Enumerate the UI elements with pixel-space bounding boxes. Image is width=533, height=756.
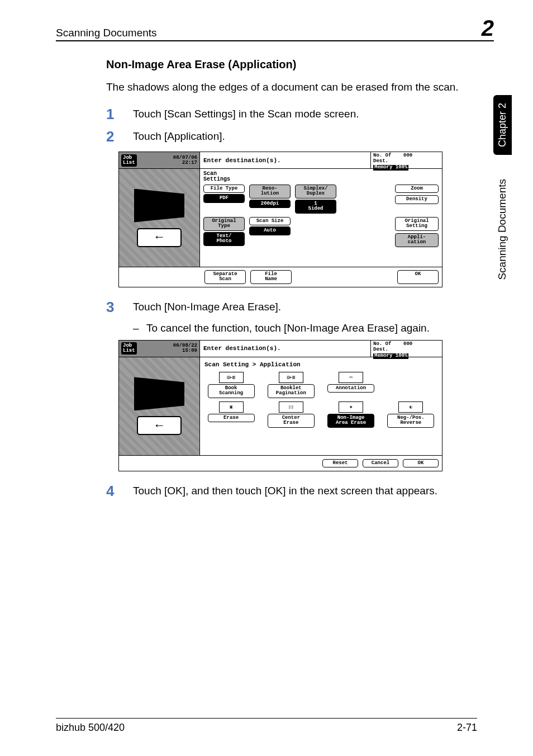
- non-image-erase-icon: ◈: [339, 401, 363, 413]
- booklet-pagination-icon: ▤▸▥: [279, 372, 303, 383]
- application-grid: ▤▸▥ Book Scanning ▤▸▥ Booklet Pagination…: [203, 371, 439, 429]
- job-list-button[interactable]: Job List: [121, 342, 137, 355]
- content-area: Non-Image Area Erase (Application) The s…: [106, 58, 477, 498]
- center-erase-icon: ▯▯: [279, 401, 303, 413]
- back-arrow-button[interactable]: ←: [137, 416, 182, 435]
- step-text: Touch [OK], and then touch [OK] in the n…: [133, 484, 477, 497]
- datetime: 06/08/22 15:09: [139, 343, 197, 353]
- simplex-value: 1 Sided: [295, 200, 336, 214]
- original-type-value: Text/ Photo: [203, 232, 245, 246]
- ok-button[interactable]: OK: [397, 270, 439, 284]
- file-name-button[interactable]: File Name: [250, 270, 292, 284]
- file-type-button[interactable]: File Type: [203, 185, 245, 193]
- non-image-area-erase-button[interactable]: Non-Image Area Erase: [327, 414, 374, 428]
- enter-destination-label: Enter destination(s).: [200, 341, 370, 357]
- application-button[interactable]: Appli- cation: [395, 233, 439, 247]
- step-3: 3 Touch [Non-Image Area Erase].: [106, 300, 477, 314]
- scan-size-value: Auto: [249, 226, 291, 235]
- breadcrumb: Scan Setting > Application: [203, 360, 439, 371]
- ok-button[interactable]: OK: [403, 459, 439, 467]
- document-icon: [134, 189, 184, 223]
- preview-pane: ←: [119, 169, 200, 267]
- book-scanning-icon: ▤▸▥: [219, 372, 244, 383]
- arrow-left-icon: ←: [155, 419, 163, 433]
- lcd-screen-scan-settings: Job List 08/07/06 22:17 Enter destinatio…: [118, 152, 442, 287]
- lcd-screen-application: Job List 06/08/22 15:09 Enter destinatio…: [118, 340, 442, 471]
- center-erase-button[interactable]: Center Erase: [268, 414, 315, 428]
- separate-scan-button[interactable]: Separate Scan: [204, 270, 246, 284]
- lcd-top-bar: Job List 06/08/22 15:09 Enter destinatio…: [119, 341, 442, 357]
- resolution-button[interactable]: Reso- lution: [249, 185, 291, 199]
- annotation-button[interactable]: Annotation: [327, 384, 374, 393]
- page-footer: bizhub 500/420 2-71: [56, 718, 477, 734]
- status-count: 000: [403, 153, 412, 158]
- lcd-body: ← Scan Settings File Type PDF Reso- luti…: [119, 169, 442, 267]
- lcd-top-bar: Job List 08/07/06 22:17 Enter destinatio…: [119, 152, 442, 169]
- datetime: 08/07/06 22:17: [139, 155, 197, 166]
- status-dest: Dest.: [373, 347, 440, 353]
- header-section: Scanning Documents: [56, 27, 157, 39]
- book-scanning-button[interactable]: Book Scanning: [208, 384, 255, 398]
- zoom-button[interactable]: Zoom: [395, 185, 439, 193]
- booklet-pagination-button[interactable]: Booklet Pagination: [268, 384, 315, 398]
- status-noof: No. Of: [373, 153, 391, 158]
- joblist-area: Job List 08/07/06 22:17: [119, 152, 200, 168]
- original-setting-button[interactable]: Original Setting: [395, 217, 439, 231]
- status-dest: Dest.: [373, 159, 440, 164]
- document-icon: [134, 377, 184, 410]
- job-list-button[interactable]: Job List: [121, 154, 137, 167]
- step-number: 1: [106, 107, 133, 121]
- neg-pos-reverse-button[interactable]: Neg-/Pos. Reverse: [387, 414, 434, 428]
- original-type-button[interactable]: Original Type: [203, 217, 245, 231]
- section-title: Non-Image Area Erase (Application): [106, 58, 477, 71]
- settings-pane: Scan Settings File Type PDF Reso- lution…: [200, 169, 442, 267]
- cancel-button[interactable]: Cancel: [363, 459, 398, 467]
- enter-destination-label: Enter destination(s).: [200, 152, 370, 168]
- step-3-sub: – To cancel the function, touch [Non-Ima…: [133, 322, 477, 334]
- step-number: 3: [106, 300, 133, 314]
- reset-button[interactable]: Reset: [322, 459, 358, 467]
- application-pane: Scan Setting > Application ▤▸▥ Book Scan…: [200, 357, 442, 455]
- annotation-icon: ▭: [339, 372, 363, 383]
- scan-settings-label: Scan Settings: [203, 171, 439, 182]
- preview-pane: ←: [119, 357, 200, 455]
- step-text: Touch [Scan Settings] in the Scan mode s…: [133, 107, 477, 120]
- file-type-value: PDF: [203, 194, 245, 202]
- intro-text: The shadows along the edges of a documen…: [106, 81, 477, 93]
- step-1: 1 Touch [Scan Settings] in the Scan mode…: [106, 107, 477, 121]
- side-label-section: Scanning Documents: [496, 179, 508, 280]
- bullet-dash: –: [133, 322, 146, 334]
- simplex-duplex-button[interactable]: Simplex/ Duplex: [295, 185, 336, 199]
- erase-button[interactable]: Erase: [208, 414, 255, 422]
- lcd-footer: Separate Scan File Name OK: [119, 267, 442, 287]
- footer-model: bizhub 500/420: [56, 722, 125, 734]
- erase-icon: ▣: [219, 401, 244, 413]
- step-text: Touch [Application].: [133, 129, 477, 143]
- arrow-left-icon: ←: [155, 230, 163, 244]
- side-tab-chapter: Chapter 2: [493, 95, 512, 155]
- chapter-number: 2: [482, 17, 494, 39]
- sub-text: To cancel the function, touch [Non-Image…: [146, 322, 430, 334]
- page-header: Scanning Documents 2: [56, 17, 494, 41]
- status-area: No. Of 000 Dest. Memory 100%: [370, 152, 442, 168]
- scan-size-button[interactable]: Scan Size: [249, 217, 291, 225]
- status-area: No. Of 000 Dest. Memory 100%: [370, 341, 442, 357]
- resolution-value: 200dpi: [249, 200, 291, 208]
- step-number: 2: [106, 129, 133, 144]
- lcd-footer: Reset Cancel OK: [119, 455, 442, 471]
- step-text: Touch [Non-Image Area Erase].: [133, 300, 477, 313]
- footer-page: 2-71: [457, 722, 477, 734]
- back-arrow-button[interactable]: ←: [137, 228, 182, 247]
- step-2: 2 Touch [Application].: [106, 129, 477, 144]
- step-number: 4: [106, 484, 133, 498]
- lcd-body: ← Scan Setting > Application ▤▸▥ Book Sc…: [119, 357, 442, 455]
- density-button[interactable]: Density: [395, 195, 439, 204]
- step-4: 4 Touch [OK], and then touch [OK] in the…: [106, 484, 477, 498]
- status-count: 000: [403, 341, 412, 347]
- status-noof: No. Of: [373, 341, 391, 347]
- neg-pos-reverse-icon: ◐: [398, 401, 423, 413]
- joblist-area: Job List 06/08/22 15:09: [119, 341, 200, 357]
